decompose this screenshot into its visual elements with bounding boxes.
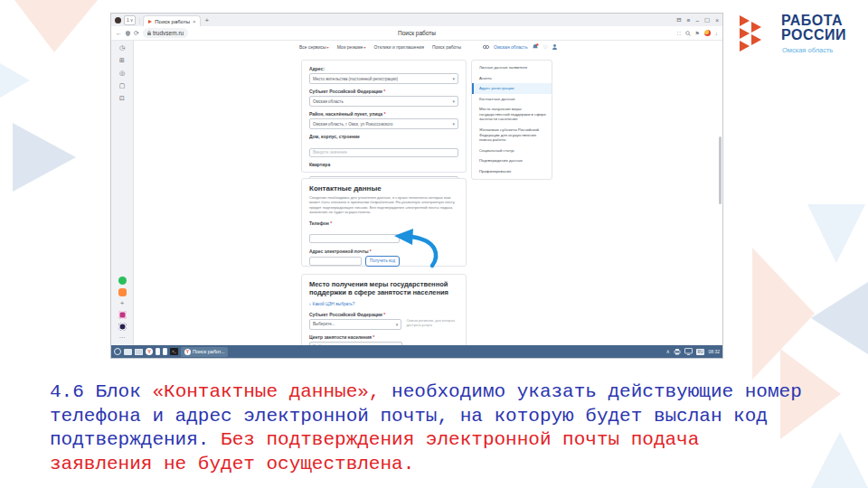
nav-job-search[interactable]: Поиск работы	[432, 44, 461, 50]
flat-label: Квартира	[309, 162, 458, 167]
section-nav-item-contacts[interactable]: Контактные данные	[472, 94, 552, 105]
section-nav-item-regions[interactable]: Желаемые субъекты Российской Федерации д…	[472, 125, 552, 145]
profile-avatar[interactable]	[704, 30, 711, 36]
required-mark: *	[383, 312, 385, 317]
section-nav-item-confirm[interactable]: Подтверждение данных	[472, 155, 552, 166]
nav-my-resumes[interactable]: Мои резюме ▾	[337, 44, 366, 50]
active-task-browser[interactable]: Y Поиск работ...	[181, 347, 228, 357]
tab-box-icon[interactable]: ▢	[119, 82, 126, 89]
phone-app-icon[interactable]	[163, 348, 167, 355]
section-nav-item-support[interactable]: Место получения меры государственной под…	[472, 104, 552, 125]
bell-icon[interactable]	[533, 43, 539, 50]
shield-icon[interactable]	[126, 31, 130, 36]
phone-input[interactable]	[309, 234, 400, 243]
reload-button[interactable]: ⟳	[134, 30, 139, 37]
address-label: Адрес:	[309, 66, 458, 71]
caption-line-1: 4.6 Блок «Контактные данные», необходимо…	[50, 380, 802, 405]
folder-pictures-icon[interactable]	[135, 349, 143, 355]
app-circle-icon[interactable]	[118, 323, 127, 331]
logo-title-line1: РАБОТА	[781, 14, 846, 28]
browser-logo-icon[interactable]	[115, 17, 121, 23]
region-link[interactable]: Омская область	[494, 44, 528, 50]
profile-person-icon[interactable]	[552, 44, 557, 50]
phone-app-icon[interactable]	[156, 348, 160, 355]
language-indicator[interactable]: RU	[696, 349, 705, 355]
site-header-right: Омская область ♡	[483, 43, 557, 50]
extensions-grid-icon[interactable]: ∷	[677, 30, 681, 36]
contacts-description: Сведения необходимы для уточнения данных…	[309, 195, 458, 215]
trudvsem-page: Все сервисы ▾ Мои резюме ▾ Отклики и при…	[134, 41, 722, 345]
tab-counter[interactable]: 1 ∨	[124, 15, 136, 25]
bookmark-flag-icon[interactable]: ⚑	[695, 30, 700, 36]
link-arrow-icon: ›	[309, 302, 311, 306]
whatsapp-icon[interactable]	[118, 277, 127, 285]
address-bar[interactable]: trudvsem.ru	[143, 28, 188, 38]
caption-line-4: заявления не будет осуществлена.	[50, 453, 802, 477]
folder-icon[interactable]	[124, 349, 132, 355]
house-input[interactable]	[309, 148, 458, 157]
field-support-subject: Субъект Российской Федерации * Выберите.…	[309, 312, 458, 330]
more-icon[interactable]: ⋯	[119, 334, 126, 342]
close-button[interactable]: ×	[715, 17, 719, 23]
required-mark: *	[384, 111, 386, 117]
minimize-button[interactable]: –	[695, 17, 699, 23]
favorites-heart-icon[interactable]: ♡	[543, 44, 548, 50]
page-scrollbar[interactable]	[719, 136, 722, 204]
address-card: Адрес: Место жительства (постоянной реги…	[301, 60, 467, 173]
maximize-button[interactable]: ▢	[704, 16, 710, 23]
section-nav-item-address-active[interactable]: Адрес регистрации	[472, 83, 552, 94]
messenger-icon[interactable]	[118, 288, 127, 296]
support-subject-label: Субъект Российской Федерации	[309, 312, 382, 317]
address-type-select[interactable]: Место жительства (постоянной регистрации…	[309, 73, 458, 84]
tab-panels-icon[interactable]: ⊞	[119, 57, 125, 64]
system-tray: ∧ RU 08:32	[666, 348, 720, 355]
chevron-down-icon: ▾	[452, 121, 455, 127]
device-icon[interactable]: ⊡	[119, 95, 125, 102]
start-button-icon[interactable]	[114, 348, 121, 355]
instagram-icon[interactable]	[118, 311, 127, 319]
add-shortcut-button[interactable]: +	[120, 300, 125, 307]
chevron-down-icon: ▾	[327, 45, 329, 50]
section-nav-item-social[interactable]: Социальный статус	[472, 145, 552, 156]
video-icon[interactable]: ◎	[119, 70, 125, 77]
yandex-taskbar-icon[interactable]: Y	[146, 348, 153, 355]
window-controls: ⊟ ≡ – ▢ ×	[676, 16, 719, 23]
czn-help-link[interactable]: › Какой ЦЗН выбрать?	[309, 302, 458, 306]
terminal-icon[interactable]: >_	[170, 348, 178, 355]
tab-close-icon[interactable]: ×	[193, 19, 196, 24]
field-house: Дом, корпус, строение	[309, 134, 458, 157]
chevron-down-icon: ∨	[130, 17, 134, 23]
required-mark: *	[373, 334, 374, 340]
section-nav: Личные данные заявителя Анкета Адрес рег…	[471, 60, 552, 180]
download-icon[interactable]: ↓	[715, 31, 718, 36]
email-input[interactable]	[309, 257, 362, 266]
tab-poisk-raboty[interactable]: Поиск работы ×	[143, 15, 201, 27]
new-tab-button[interactable]: +	[204, 16, 209, 24]
search-icon[interactable]	[685, 31, 691, 36]
section-nav-item-personal[interactable]: Личные данные заявителя	[472, 62, 552, 73]
logo-triangles-icon	[740, 15, 774, 55]
support-place-card: Место получения меры государственной под…	[301, 274, 467, 345]
browser-toolbar: ← ⟳ trudvsem.ru Поиск работы ∷ ⚑ ↓	[111, 26, 722, 41]
back-button[interactable]: ←	[116, 30, 122, 36]
printer-icon[interactable]	[674, 348, 681, 355]
section-nav-item-anketa[interactable]: Анкета	[472, 73, 552, 84]
menu-icon[interactable]: ≡	[687, 17, 691, 23]
eye-icon[interactable]	[483, 45, 489, 49]
rabota-rossii-logo: РАБОТА РОССИИ Омская область	[740, 14, 866, 59]
support-subject-select[interactable]: Выберите... ▾	[309, 319, 401, 330]
network-display-icon[interactable]	[684, 348, 693, 355]
field-email: Адрес электронной почты * Получить код	[309, 249, 458, 267]
subject-select[interactable]: Омская область ▾	[309, 96, 458, 107]
tray-up-icon[interactable]: ∧	[666, 349, 670, 354]
section-nav-item-profiling[interactable]: Профилирование	[472, 166, 552, 177]
history-icon[interactable]: ◷	[119, 44, 125, 52]
district-select[interactable]: Омская область, г Омск, ул Рокоссовского…	[309, 118, 458, 129]
nav-responses[interactable]: Отклики и приглашения	[373, 44, 423, 50]
panel-icon[interactable]: ⊟	[676, 16, 681, 23]
browser-side-panel: ◷ ⊞ ◎ ▢ ⊡ + ⋯	[111, 41, 134, 345]
tab-title: Поиск работы	[155, 19, 190, 24]
district-label: Район, населённый пункт, улица	[309, 111, 382, 117]
get-code-button[interactable]: Получить код	[365, 256, 400, 267]
nav-all-services[interactable]: Все сервисы ▾	[299, 44, 329, 50]
